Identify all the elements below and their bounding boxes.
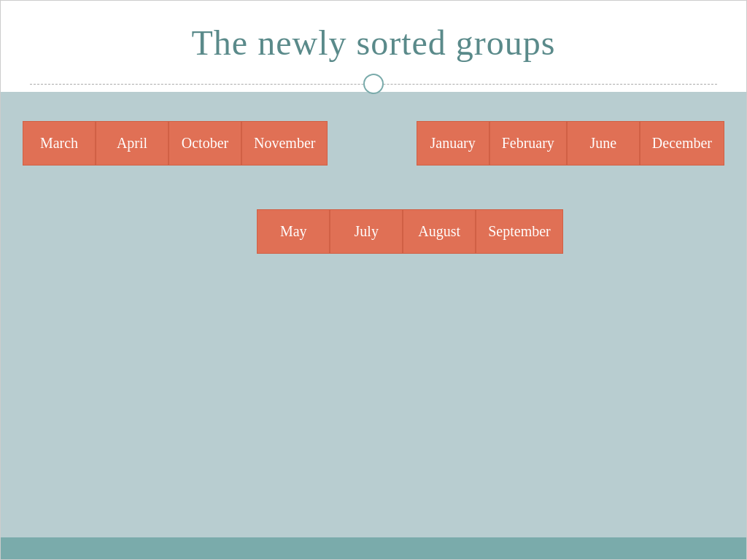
month-box-march: March: [23, 121, 96, 166]
group-middle: MayJulyAugustSeptember: [257, 209, 563, 254]
page-title: The newly sorted groups: [192, 23, 556, 63]
middle-row: MayJulyAugustSeptember: [23, 209, 724, 254]
divider: [30, 76, 717, 92]
month-box-september: September: [476, 209, 563, 254]
content-area: MarchAprilOctoberNovember JanuaryFebruar…: [1, 92, 746, 537]
month-box-january: January: [417, 121, 489, 166]
month-box-october: October: [169, 121, 241, 166]
footer-bar: [1, 537, 746, 559]
month-box-july: July: [330, 209, 403, 254]
month-box-june: June: [567, 121, 640, 166]
month-box-february: February: [489, 121, 567, 166]
month-box-april: April: [96, 121, 169, 166]
group-top-right: JanuaryFebruaryJuneDecember: [417, 121, 724, 166]
top-row: MarchAprilOctoberNovember JanuaryFebruar…: [23, 121, 724, 166]
month-box-december: December: [640, 121, 724, 166]
group-top-left: MarchAprilOctoberNovember: [23, 121, 328, 166]
slide: The newly sorted groups MarchAprilOctobe…: [0, 0, 747, 560]
month-box-november: November: [241, 121, 328, 166]
divider-circle: [363, 74, 384, 94]
month-box-august: August: [403, 209, 476, 254]
month-box-may: May: [257, 209, 330, 254]
header: The newly sorted groups: [1, 1, 746, 92]
